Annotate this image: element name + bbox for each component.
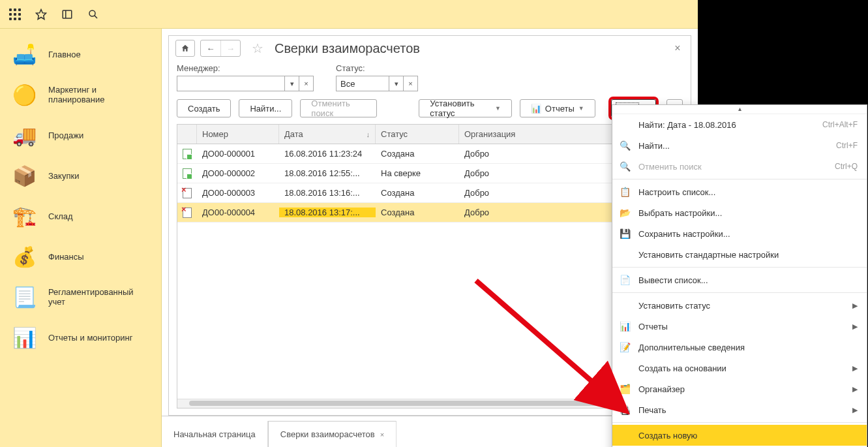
menu-item-icon: 💾	[619, 228, 631, 239]
sidebar-item-main[interactable]: 🛋️ Главное	[0, 34, 161, 74]
tab-start-page[interactable]: Начальная страница	[162, 421, 268, 447]
horizontal-scrollbar[interactable]	[177, 399, 682, 408]
menu-item-icon: 📊	[619, 320, 631, 332]
menu-item-icon: 📂	[619, 207, 631, 219]
menu-item[interactable]: 📊Отчеты▶	[612, 316, 867, 337]
menu-item[interactable]: 🔍Найти...Ctrl+F	[612, 135, 867, 156]
menu-item-label: Создать на основании	[638, 363, 845, 373]
filter-status-clear[interactable]: ×	[404, 76, 418, 91]
star-icon[interactable]	[35, 8, 47, 20]
chart-icon: 📊	[531, 104, 541, 114]
reports-button[interactable]: 📊Отчеты▼	[520, 99, 595, 117]
page-header: ← → ☆ Сверки взаиморасчетов ×	[169, 36, 691, 61]
page-close-button[interactable]: ×	[671, 42, 684, 55]
sidebar-regaccount-icon: 📃	[9, 283, 39, 311]
col-status[interactable]: Статус	[376, 125, 459, 144]
sidebar-item-label: Главное	[48, 50, 81, 59]
menu-item-icon: 📝	[619, 341, 631, 353]
sidebar-item-finance[interactable]: 💰 Финансы	[0, 236, 161, 277]
sidebar-item-reports[interactable]: 📊 Отчеты и мониторинг	[0, 317, 161, 358]
menu-item[interactable]: 📂Выбрать настройки...	[612, 202, 867, 223]
menu-item-icon	[619, 249, 631, 260]
menu-item[interactable]: Создать на основании▶	[612, 358, 867, 378]
menu-item-label: Сохранить настройки...	[638, 229, 858, 239]
table-row[interactable]: ДО00-00000116.08.2016 11:23:24СозданаДоб…	[177, 144, 682, 164]
menu-scroll-up[interactable]: ▴	[612, 105, 867, 114]
table-row[interactable]: ДО00-00000218.08.2016 12:55:...На сверке…	[177, 164, 682, 183]
filter-manager-clear[interactable]: ×	[299, 76, 314, 91]
filter-manager-input[interactable]	[177, 76, 285, 91]
menu-item[interactable]: 🗂️Органайзер▶	[612, 378, 867, 399]
menu-item-label: Печать	[638, 405, 845, 415]
menu-item-label: Найти: Дата - 18.08.2016	[638, 120, 815, 130]
col-date[interactable]: Дата↓	[279, 125, 376, 144]
menu-item[interactable]: Установить статус▶	[612, 295, 867, 316]
sidebar-item-label: Закупки	[48, 171, 79, 181]
cell-status: На сверке	[376, 168, 459, 178]
sidebar-marketing-icon: 🟡	[9, 81, 39, 108]
menu-item[interactable]: Создать новую	[612, 425, 867, 446]
menu-separator	[612, 179, 867, 179]
sidebar-item-warehouse[interactable]: 🏗️ Склад	[0, 196, 161, 236]
menu-item-icon	[619, 362, 631, 374]
sidebar-item-regaccount[interactable]: 📃 Регламентированный учет	[0, 277, 161, 317]
set-status-button[interactable]: Установить статус▼	[419, 99, 512, 117]
create-button[interactable]: Создать	[177, 99, 231, 117]
apps-icon[interactable]	[9, 8, 21, 20]
menu-item-label: Отчеты	[638, 322, 845, 331]
menu-item[interactable]: 📝Дополнительные сведения	[612, 337, 867, 358]
search-icon[interactable]	[87, 8, 99, 20]
filter-manager-dropdown[interactable]: ▾	[285, 76, 299, 91]
menu-item-icon: 🔍	[619, 140, 631, 151]
col-number[interactable]: Номер	[197, 125, 279, 144]
layout-icon[interactable]	[61, 8, 73, 20]
menu-item[interactable]: Найти: Дата - 18.08.2016Ctrl+Alt+F	[612, 114, 867, 135]
favorite-star-icon[interactable]: ☆	[250, 40, 265, 56]
cell-date: 18.08.2016 13:16:...	[279, 188, 376, 198]
table-row[interactable]: ДО00-00000318.08.2016 13:16:...СозданаДо…	[177, 183, 682, 203]
menu-item-label: Создать новую	[638, 431, 858, 440]
menu-item-shortcut: Ctrl+Alt+F	[822, 120, 858, 129]
menu-item-icon	[619, 119, 631, 131]
grid-body: ДО00-00000116.08.2016 11:23:24СозданаДоб…	[177, 144, 682, 399]
submenu-arrow-icon: ▶	[852, 364, 858, 373]
sidebar-item-label: Склад	[48, 211, 73, 221]
menu-item[interactable]: 📋Настроить список...	[612, 181, 867, 202]
app-window: 🛋️ Главное 🟡 Маркетинг и планирование 🚚 …	[0, 0, 698, 447]
sidebar-warehouse-icon: 🏗️	[9, 202, 39, 230]
tab-reconciliations[interactable]: Сверки взаиморасчетов ×	[268, 421, 397, 447]
home-button[interactable]	[175, 40, 195, 57]
menu-item-label: Вывести список...	[638, 275, 858, 285]
menu-separator	[612, 267, 867, 268]
sidebar-reports-icon: 📊	[9, 324, 39, 351]
sidebar-main-icon: 🛋️	[9, 40, 39, 68]
filter-status-dropdown[interactable]: ▾	[389, 76, 404, 91]
tab-close-icon[interactable]: ×	[380, 431, 384, 439]
menu-item[interactable]: 💾Сохранить настройки...	[612, 223, 867, 244]
find-button[interactable]: Найти...	[239, 99, 292, 117]
menu-item[interactable]: 🖨️Печать▶	[612, 399, 867, 420]
cell-date: 16.08.2016 11:23:24	[279, 149, 376, 159]
table-row[interactable]: ДО00-00000418.08.2016 13:17:...СозданаДо…	[177, 203, 682, 223]
menu-item-label: Выбрать настройки...	[638, 208, 858, 218]
svg-point-2	[89, 10, 95, 16]
nav-back-button[interactable]: ←	[201, 40, 220, 56]
sidebar-item-marketing[interactable]: 🟡 Маркетинг и планирование	[0, 74, 161, 115]
menu-item[interactable]: Установить стандартные настройки	[612, 244, 867, 265]
row-status-icon	[177, 188, 197, 198]
cell-number: ДО00-000003	[197, 188, 279, 198]
cell-number: ДО00-000002	[197, 168, 279, 178]
menu-item: 🔍Отменить поискCtrl+Q	[612, 156, 867, 177]
menu-item-icon: 📋	[619, 186, 631, 198]
row-status-icon	[177, 168, 197, 179]
sidebar-item-purchases[interactable]: 📦 Закупки	[0, 155, 161, 196]
filter-status-input[interactable]: Все	[336, 76, 389, 91]
filter-status-label: Статус:	[336, 63, 418, 73]
sidebar-item-sales[interactable]: 🚚 Продажи	[0, 115, 161, 155]
svg-marker-0	[37, 9, 46, 19]
svg-rect-1	[63, 10, 72, 18]
nav-forward-button: →	[220, 40, 240, 56]
menu-item[interactable]: 📄Вывести список...	[612, 270, 867, 290]
menu-item-label: Установить стандартные настройки	[638, 250, 858, 260]
more-dropdown-menu: ▴ Найти: Дата - 18.08.2016Ctrl+Alt+F🔍Най…	[612, 104, 867, 447]
